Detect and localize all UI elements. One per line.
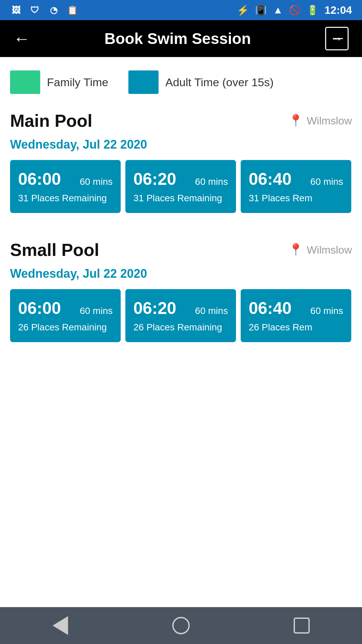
main-pool-session-1[interactable]: 06:20 60 mins 31 Places Remaining — [125, 160, 236, 213]
main-pool-session-0-top: 06:00 60 mins — [18, 169, 113, 189]
small-pool-session-2[interactable]: 06:40 60 mins 26 Places Rem — [241, 289, 351, 342]
main-pool-session-0[interactable]: 06:00 60 mins 31 Places Remaining — [10, 160, 121, 213]
status-bar: 🖼 🛡 ◔ 📋 ⚡ 📳 ▲ 🚫 🔋 12:04 — [0, 0, 362, 20]
adult-time-label: Adult Time (over 15s) — [165, 76, 274, 89]
small-pool-sessions: 06:00 60 mins 26 Places Remaining 06:20 … — [10, 289, 352, 342]
small-pool-header: Small Pool 📍 Wilmslow — [10, 240, 352, 260]
wifi-icon: ▲ — [273, 4, 283, 16]
small-pool-session-0-time: 06:00 — [18, 299, 61, 318]
photo-icon: 🖼 — [10, 4, 22, 16]
small-pool-session-2-top: 06:40 60 mins — [249, 299, 343, 318]
small-pool-session-1-time: 06:20 — [133, 299, 176, 318]
time-display: 12:04 — [324, 4, 352, 16]
small-pool-session-1-duration: 60 mins — [195, 306, 228, 316]
logout-arrow-icon: → — [331, 32, 343, 46]
small-pool-session-1-top: 06:20 60 mins — [133, 299, 228, 318]
small-pool-session-1-places: 26 Places Remaining — [133, 322, 228, 333]
main-pool-session-0-places: 31 Places Remaining — [18, 193, 113, 204]
main-pool-session-2[interactable]: 06:40 60 mins 31 Places Rem — [241, 160, 351, 213]
nav-back-button[interactable] — [49, 614, 72, 637]
small-pool-pin-icon: 📍 — [288, 243, 303, 257]
recents-square-icon — [294, 618, 310, 634]
main-pool-location-label: Wilmslow — [307, 115, 352, 127]
main-pool-header: Main Pool 📍 Wilmslow — [10, 111, 352, 131]
main-pool-session-2-places: 31 Places Rem — [249, 193, 343, 204]
small-pool-session-1[interactable]: 06:20 60 mins 26 Places Remaining — [125, 289, 236, 342]
small-pool-title: Small Pool — [10, 240, 99, 260]
no-sim-icon: 🚫 — [289, 5, 301, 16]
vibrate-icon: 📳 — [255, 5, 267, 16]
small-pool-location-label: Wilmslow — [307, 244, 352, 256]
small-pool-session-2-time: 06:40 — [249, 299, 292, 318]
battery-icon: 🔋 — [307, 5, 318, 16]
back-triangle-icon — [53, 616, 68, 635]
family-time-label: Family Time — [47, 76, 108, 89]
header: ← Book Swim Session → — [0, 20, 362, 57]
main-pool-location: 📍 Wilmslow — [288, 114, 352, 128]
family-time-color — [10, 70, 40, 94]
main-pool-session-2-time: 06:40 — [249, 169, 292, 189]
main-pool-title: Main Pool — [10, 111, 93, 131]
small-pool-session-0-places: 26 Places Remaining — [18, 322, 113, 333]
nav-home-button[interactable] — [169, 614, 193, 637]
back-button[interactable]: ← — [13, 29, 30, 48]
small-pool-location: 📍 Wilmslow — [288, 243, 352, 257]
main-pool-date: Wednesday, Jul 22 2020 — [10, 138, 352, 152]
status-icons-left: 🖼 🛡 ◔ 📋 — [10, 4, 78, 16]
small-pool-date: Wednesday, Jul 22 2020 — [10, 267, 352, 281]
clock-icon: ◔ — [48, 4, 60, 16]
small-pool-section: Small Pool 📍 Wilmslow Wednesday, Jul 22 … — [0, 230, 362, 359]
page-title: Book Swim Session — [30, 30, 325, 48]
legend: Family Time Adult Time (over 15s) — [0, 57, 362, 101]
nav-recents-button[interactable] — [290, 614, 313, 637]
shield-icon: 🛡 — [29, 4, 41, 16]
main-pool-session-2-duration: 60 mins — [310, 176, 343, 187]
legend-adult: Adult Time (over 15s) — [128, 70, 274, 94]
calendar-icon: 📋 — [66, 4, 78, 16]
small-pool-session-0[interactable]: 06:00 60 mins 26 Places Remaining — [10, 289, 121, 342]
main-pool-session-0-duration: 60 mins — [80, 176, 113, 187]
logout-button[interactable]: → — [325, 27, 349, 50]
main-pool-session-2-top: 06:40 60 mins — [249, 169, 343, 189]
small-pool-session-2-duration: 60 mins — [310, 306, 343, 316]
main-pool-section: Main Pool 📍 Wilmslow Wednesday, Jul 22 2… — [0, 101, 362, 230]
small-pool-session-0-top: 06:00 60 mins — [18, 299, 113, 318]
main-pool-pin-icon: 📍 — [288, 114, 303, 128]
main-pool-session-1-top: 06:20 60 mins — [133, 169, 228, 189]
bottom-nav — [0, 607, 362, 644]
adult-time-color — [128, 70, 159, 94]
main-pool-session-0-time: 06:00 — [18, 169, 61, 189]
main-pool-session-1-duration: 60 mins — [195, 176, 228, 187]
home-circle-icon — [172, 617, 190, 634]
main-pool-session-1-time: 06:20 — [133, 169, 176, 189]
small-pool-session-2-places: 26 Places Rem — [249, 322, 343, 333]
legend-family: Family Time — [10, 70, 108, 94]
main-pool-session-1-places: 31 Places Remaining — [133, 193, 228, 204]
main-pool-sessions: 06:00 60 mins 31 Places Remaining 06:20 … — [10, 160, 352, 213]
bluetooth-icon: ⚡ — [237, 4, 249, 16]
status-icons-right: ⚡ 📳 ▲ 🚫 🔋 12:04 — [237, 4, 352, 16]
small-pool-session-0-duration: 60 mins — [80, 306, 113, 316]
